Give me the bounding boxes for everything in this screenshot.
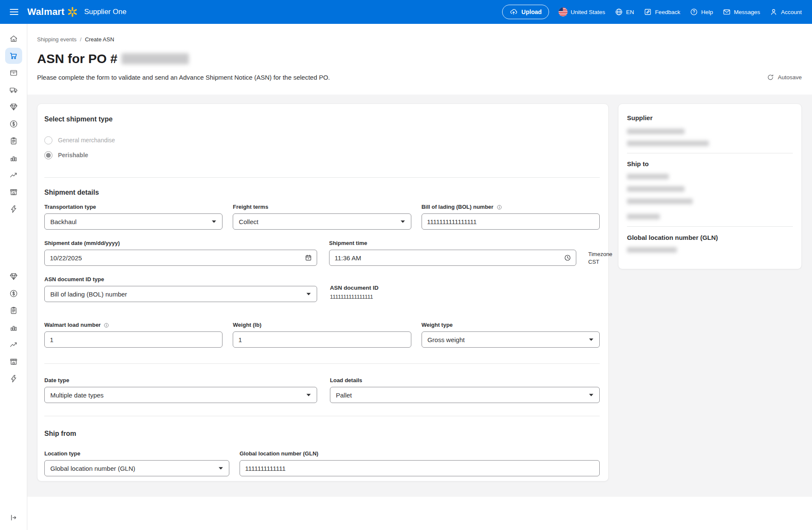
radio-general-merchandise[interactable]: General merchandise <box>44 136 600 144</box>
load-details-label: Load details <box>330 377 362 384</box>
sidebar-item-growth[interactable] <box>5 99 22 115</box>
sidebar-item-payments-2[interactable] <box>5 285 22 302</box>
shipment-time-field: Shipment time <box>329 240 576 266</box>
freight-terms-label: Freight terms <box>233 204 268 210</box>
summary-panel: Supplier Ship to Global location number … <box>618 104 802 269</box>
account-button[interactable]: Account <box>769 8 802 16</box>
clock-icon[interactable] <box>563 254 572 262</box>
weight-field: Weight (lb) <box>233 322 411 348</box>
section-divider <box>44 416 600 416</box>
page-title: ASN for PO # <box>37 52 802 66</box>
chevron-down-icon <box>218 467 223 470</box>
walmart-logo[interactable]: Walmart <box>27 6 78 17</box>
feedback-icon <box>644 8 652 16</box>
header-actions: Upload United States EN <box>502 5 802 19</box>
form-row-3: ASN document ID type Bill of lading (BOL… <box>44 276 600 302</box>
supplier-name-redacted <box>627 129 685 134</box>
messages-button[interactable]: Messages <box>722 8 760 16</box>
ship-from-gln-input[interactable] <box>240 460 600 476</box>
shipment-details-heading: Shipment details <box>44 188 600 197</box>
form-row-5: Date type Multiple date types Load detai… <box>44 377 600 403</box>
walmart-spark-icon <box>67 6 78 17</box>
section-divider <box>44 177 600 178</box>
sidebar-item-performance-2[interactable] <box>5 371 22 387</box>
ship-to-phone-redacted <box>627 214 660 219</box>
chevron-down-icon <box>589 393 594 397</box>
sidebar-item-payments[interactable] <box>5 116 22 132</box>
sidebar-item-marketplace[interactable] <box>5 184 22 200</box>
asn-doc-id-type-label: ASN document ID type <box>44 276 104 283</box>
sidebar-item-analytics-2[interactable] <box>5 320 22 336</box>
sidebar-item-marketplace-2[interactable] <box>5 354 22 370</box>
sidebar-item-reports-2[interactable] <box>5 302 22 319</box>
page-title-text: ASN for PO # <box>37 52 117 66</box>
sidebar-item-insights[interactable] <box>5 167 22 183</box>
chevron-down-icon <box>589 338 594 341</box>
location-type-select[interactable]: Global location number (GLN) <box>44 460 229 476</box>
shipment-date-input[interactable] <box>44 250 317 266</box>
sidebar-item-reports[interactable] <box>5 133 22 149</box>
help-label: Help <box>701 9 713 15</box>
trend-up-icon <box>9 340 18 349</box>
bol-number-input[interactable] <box>422 213 600 230</box>
asn-form-card: Select shipment type General merchandise… <box>37 104 609 481</box>
selected-value: Pallet <box>336 392 352 399</box>
freight-terms-field: Freight terms Collect <box>233 204 411 230</box>
feedback-button[interactable]: Feedback <box>644 8 680 16</box>
expand-arrow-icon <box>9 513 18 522</box>
gln-value-redacted <box>627 247 677 253</box>
weight-type-label: Weight type <box>422 322 453 328</box>
transportation-type-select[interactable]: Backhaul <box>44 213 223 230</box>
selected-value: Bill of lading (BOL) number <box>50 291 127 298</box>
sidebar-item-analytics[interactable] <box>5 150 22 166</box>
help-button[interactable]: Help <box>690 8 713 16</box>
upload-button[interactable]: Upload <box>502 5 549 19</box>
asn-doc-id-type-select[interactable]: Bill of lading (BOL) number <box>44 286 317 302</box>
sidebar-item-insights-2[interactable] <box>5 337 22 353</box>
shipment-time-input[interactable] <box>329 250 576 266</box>
page-subtitle: Please complete the form to validate and… <box>37 74 330 81</box>
bol-number-label: Bill of lading (BOL) number <box>422 204 494 210</box>
breadcrumb-shipping-events[interactable]: Shipping events <box>37 36 77 43</box>
top-header: Walmart Supplier One Upload <box>0 0 812 24</box>
form-row-1: Transportation type Backhaul Freight ter… <box>44 204 600 230</box>
ship-to-line-redacted <box>627 186 685 192</box>
date-type-label: Date type <box>44 377 69 384</box>
sidebar-expand-button[interactable] <box>7 511 20 524</box>
weight-input[interactable] <box>233 331 411 348</box>
hamburger-menu-icon[interactable] <box>9 6 20 17</box>
radio-label: General merchandise <box>58 137 115 144</box>
panel-divider <box>627 153 793 153</box>
chevron-down-icon <box>211 220 217 223</box>
load-details-select[interactable]: Pallet <box>330 387 600 403</box>
subtitle-row: Please complete the form to validate and… <box>37 73 802 81</box>
dollar-circle-icon <box>9 289 18 298</box>
sidebar-item-shipping-cart[interactable] <box>5 48 22 64</box>
breadcrumb-current: Create ASN <box>85 36 114 43</box>
sidebar-item-performance[interactable] <box>5 201 22 217</box>
radio-perishable[interactable]: Perishable <box>44 151 600 159</box>
info-icon[interactable] <box>496 204 503 210</box>
selected-value: Multiple date types <box>50 392 104 399</box>
sidebar-item-growth-2[interactable] <box>5 268 22 285</box>
radio-circle-selected[interactable] <box>44 151 52 159</box>
language-selector[interactable]: EN <box>615 8 634 16</box>
sidebar-item-shipping[interactable] <box>5 82 22 98</box>
sidebar-item-orders[interactable] <box>5 65 22 81</box>
country-selector[interactable]: United States <box>558 7 605 17</box>
date-type-select[interactable]: Multiple date types <box>44 387 317 403</box>
ship-to-heading: Ship to <box>627 160 793 167</box>
country-label: United States <box>571 9 605 15</box>
brand-name: Walmart <box>27 6 64 17</box>
supplier-heading: Supplier <box>627 114 793 121</box>
refresh-icon <box>766 73 774 81</box>
weight-type-select[interactable]: Gross weight <box>422 331 600 348</box>
radio-circle-unselected[interactable] <box>44 136 52 144</box>
form-row-6: Location type Global location number (GL… <box>44 450 600 476</box>
calendar-icon[interactable] <box>304 254 312 262</box>
walmart-load-number-input[interactable] <box>44 331 223 348</box>
freight-terms-select[interactable]: Collect <box>233 213 411 230</box>
sidebar-item-home[interactable] <box>5 31 22 47</box>
info-icon[interactable] <box>103 322 110 328</box>
cart-icon <box>9 51 18 60</box>
